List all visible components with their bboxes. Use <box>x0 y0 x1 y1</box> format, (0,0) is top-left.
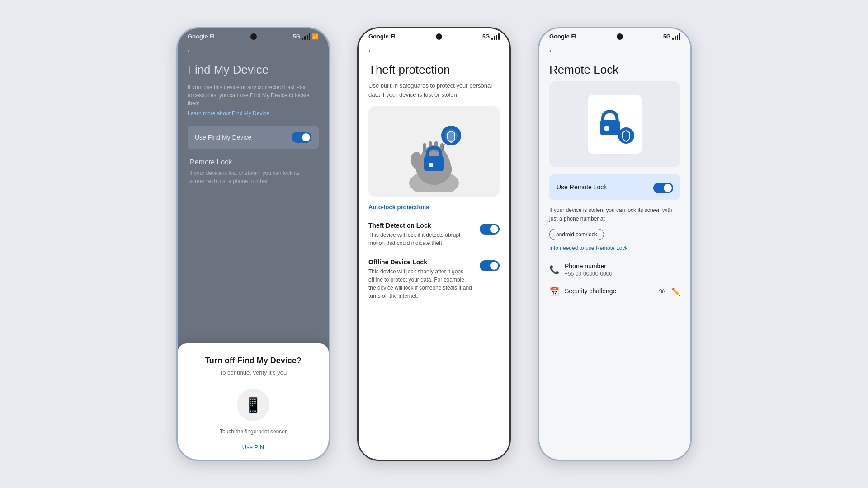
signal-bars-2 <box>491 33 500 40</box>
remote-lock-svg <box>590 97 640 151</box>
android-lock-link[interactable]: android.com/lock <box>549 229 604 240</box>
app-name-2: Google Fi <box>368 33 396 40</box>
fingerprint-icon: 📱 <box>244 396 262 413</box>
signal-bars-1 <box>302 33 310 40</box>
screen-2: Theft protection Use built-in safeguards… <box>359 58 509 460</box>
app-name-3: Google Fi <box>549 33 576 40</box>
signal-2: 5G <box>482 33 490 40</box>
status-bar-1: Google Fi 5G 📶 <box>178 28 329 42</box>
phone-1: Google Fi 5G 📶 ← Find My Device If you l… <box>176 27 330 461</box>
theft-protection-desc: Use built-in safeguards to protect your … <box>368 81 500 99</box>
screen-1: Find My Device If you lose this device o… <box>178 58 329 460</box>
theft-illustration <box>368 106 500 197</box>
camera-notch-2 <box>436 33 442 40</box>
remote-lock-title: Remote Lock <box>189 158 317 166</box>
theft-detection-toggle[interactable]: ✓ <box>480 224 500 235</box>
theft-illustration-svg <box>398 111 470 192</box>
status-bar-2: Google Fi 5G <box>359 28 509 42</box>
security-challenge-title: Security challenge <box>565 287 653 295</box>
find-my-device-title: Find My Device <box>188 63 319 77</box>
remote-lock-section: Remote Lock If your device is lost or st… <box>188 158 319 185</box>
phone-number-value: +55 00-00000-0000 <box>565 271 680 277</box>
offline-device-lock-row: Offline Device Lock This device will loc… <box>368 253 500 305</box>
fingerprint-circle[interactable]: 📱 <box>237 389 269 421</box>
svg-rect-1 <box>423 143 426 152</box>
auto-lock-section-label: Auto-lock protections <box>368 204 500 211</box>
remote-lock-title: Remote Lock <box>549 63 680 77</box>
app-name-1: Google Fi <box>188 33 215 40</box>
phone-3: Google Fi 5G ← Remote Lock <box>538 27 692 461</box>
view-icon[interactable]: 👁 <box>659 287 666 296</box>
signal-3: 5G <box>663 33 670 40</box>
use-remote-lock-label: Use Remote Lock <box>557 183 607 191</box>
svg-rect-6 <box>429 163 433 167</box>
use-remote-lock-row: Use Remote Lock ✓ <box>549 174 680 200</box>
screen-3: Remote Lock Use Remote Lock <box>539 58 690 460</box>
phone-number-title: Phone number <box>565 263 680 270</box>
back-button-1[interactable]: ← <box>178 42 329 58</box>
back-button-3[interactable]: ← <box>539 42 690 58</box>
svg-rect-10 <box>600 120 620 135</box>
remote-lock-desc: If your device is lost or stolen, you ca… <box>189 169 317 185</box>
phone-number-row: 📞 Phone number +55 00-00000-0000 <box>549 258 680 282</box>
touch-fingerprint-label: Touch the fingerprint sensor <box>220 428 287 435</box>
info-needed-link[interactable]: Info needed to use Remote Lock <box>549 245 680 251</box>
theft-protection-title: Theft protection <box>368 63 500 77</box>
use-pin-link[interactable]: Use PIN <box>242 444 264 450</box>
edit-icon[interactable]: ✏️ <box>671 287 680 296</box>
signal-1: 5G <box>293 33 300 40</box>
svg-rect-5 <box>424 156 444 171</box>
phone-2: Google Fi 5G ← Theft protection Use buil… <box>357 27 511 461</box>
phone-icon: 📞 <box>549 265 559 275</box>
use-remote-lock-toggle[interactable]: ✓ <box>653 183 673 193</box>
dialog-subtitle: To continue, verify it's you <box>220 369 287 376</box>
dialog-title: Turn off Find My Device? <box>205 356 302 366</box>
status-bar-3: Google Fi 5G <box>539 28 690 42</box>
find-my-device-toggle[interactable] <box>292 132 311 143</box>
calendar-icon: 📅 <box>549 286 559 296</box>
security-challenge-row: 📅 Security challenge 👁 ✏️ <box>549 282 680 301</box>
offline-device-lock-desc: This device will lock shortly after it g… <box>368 267 473 300</box>
toggle-label-1: Use Find My Device <box>195 134 251 141</box>
offline-device-lock-toggle[interactable]: ✓ <box>480 260 500 271</box>
back-button-2[interactable]: ← <box>359 42 509 58</box>
learn-more-link[interactable]: Learn more about Find My Device <box>188 110 319 117</box>
remote-lock-desc-text: If your device is stolen, you can lock i… <box>549 206 680 223</box>
turn-off-dialog: Turn off Find My Device? To continue, ve… <box>178 343 329 460</box>
camera-notch-3 <box>617 33 623 40</box>
offline-device-lock-title: Offline Device Lock <box>368 258 473 266</box>
find-my-device-desc: If you lose this device or any connected… <box>188 83 319 108</box>
theft-detection-desc: This device will lock if it detects abru… <box>368 231 473 247</box>
theft-detection-row: Theft Detection Lock This device will lo… <box>368 216 500 253</box>
svg-rect-11 <box>604 126 609 131</box>
theft-detection-title: Theft Detection Lock <box>368 222 473 229</box>
camera-notch-1 <box>250 33 257 40</box>
remote-lock-illustration <box>549 81 680 167</box>
signal-bars-3 <box>672 33 680 40</box>
use-find-my-device-row: Use Find My Device <box>188 126 319 149</box>
